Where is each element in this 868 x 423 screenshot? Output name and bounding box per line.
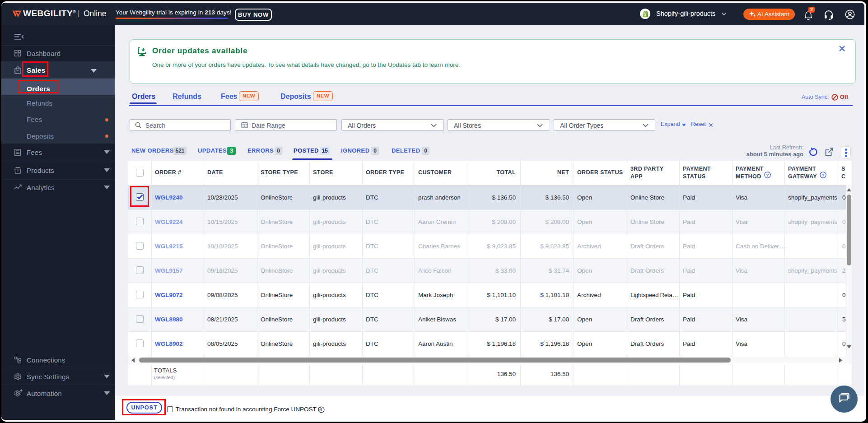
svg-text:?: ? — [822, 172, 825, 177]
svg-text:?: ? — [766, 172, 769, 177]
